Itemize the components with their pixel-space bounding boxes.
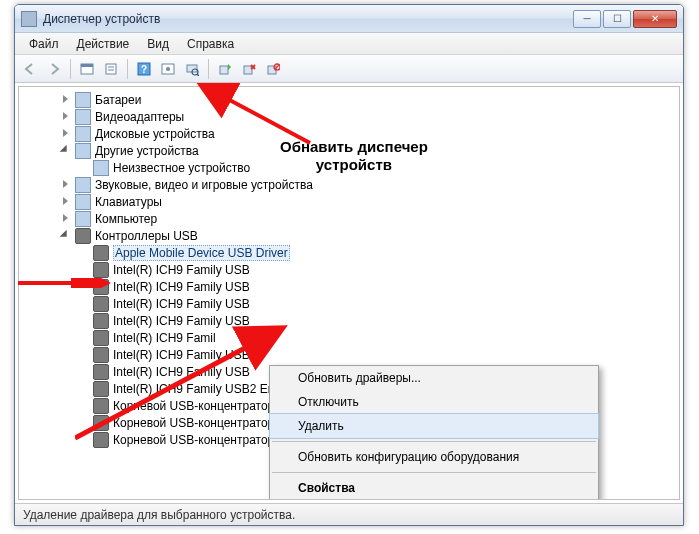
- collapse-icon[interactable]: [61, 213, 72, 224]
- tree-item-label: Неизвестное устройство: [113, 161, 250, 175]
- tree-item[interactable]: Intel(R) ICH9 Famil: [19, 329, 679, 346]
- svg-rect-1: [81, 64, 93, 67]
- tree-item-label: Корневой USB-концентратор: [113, 433, 274, 447]
- status-text: Удаление драйвера для выбранного устройс…: [23, 508, 295, 522]
- tree-item[interactable]: Intel(R) ICH9 Family USB: [19, 312, 679, 329]
- scan-hardware-button[interactable]: [181, 58, 203, 80]
- tree-item-label: Intel(R) ICH9 Family USB: [113, 348, 250, 362]
- tree-item-label: Intel(R) ICH9 Family USB: [113, 280, 250, 294]
- tree-twisty: [79, 281, 90, 292]
- usb-icon: [93, 313, 109, 329]
- statusbar: Удаление драйвера для выбранного устройс…: [15, 503, 683, 525]
- usb-icon: [93, 262, 109, 278]
- menu-help[interactable]: Справка: [179, 35, 242, 53]
- tree-item-label: Корневой USB-концентратор: [113, 399, 274, 413]
- tree-twisty: [79, 434, 90, 445]
- usb-icon: [75, 228, 91, 244]
- minimize-button[interactable]: ─: [573, 10, 601, 28]
- expand-icon[interactable]: [61, 145, 72, 156]
- properties-button[interactable]: [100, 58, 122, 80]
- tree-item[interactable]: Intel(R) ICH9 Family USB: [19, 261, 679, 278]
- context-menu: Обновить драйверы... Отключить Удалить О…: [269, 365, 599, 500]
- tree-twisty: [79, 332, 90, 343]
- ctx-properties[interactable]: Свойства: [270, 476, 598, 500]
- usb-icon: [93, 330, 109, 346]
- tree-item-label: Батареи: [95, 93, 141, 107]
- close-button[interactable]: ✕: [633, 10, 677, 28]
- tree-item-label: Компьютер: [95, 212, 157, 226]
- maximize-button[interactable]: ☐: [603, 10, 631, 28]
- usb-icon: [93, 398, 109, 414]
- tree-item[interactable]: Intel(R) ICH9 Family USB: [19, 278, 679, 295]
- svg-text:?: ?: [141, 64, 147, 75]
- usb-icon: [93, 364, 109, 380]
- uninstall-button[interactable]: [238, 58, 260, 80]
- tree-item-label: Intel(R) ICH9 Famil: [113, 331, 216, 345]
- tree-item-label: Intel(R) ICH9 Family USB: [113, 297, 250, 311]
- svg-rect-12: [220, 66, 228, 74]
- tree-item[interactable]: Клавиатуры: [19, 193, 679, 210]
- tree-twisty: [79, 349, 90, 360]
- ctx-update-drivers[interactable]: Обновить драйверы...: [270, 366, 598, 390]
- tree-item[interactable]: Intel(R) ICH9 Family USB: [19, 295, 679, 312]
- tree-item-label: Intel(R) ICH9 Family USB: [113, 365, 250, 379]
- tree-item[interactable]: Apple Mobile Device USB Driver: [19, 244, 679, 261]
- show-hide-console-button[interactable]: [76, 58, 98, 80]
- tree-item[interactable]: Intel(R) ICH9 Family USB: [19, 346, 679, 363]
- tree-item-label: Корневой USB-концентратор: [113, 416, 274, 430]
- tree-twisty: [79, 315, 90, 326]
- tree-item-label: Intel(R) ICH9 Family USB: [113, 263, 250, 277]
- tree-twisty: [79, 400, 90, 411]
- usb-icon: [93, 296, 109, 312]
- tree-twisty: [79, 383, 90, 394]
- tree-item-label: Видеоадаптеры: [95, 110, 184, 124]
- svg-line-11: [197, 74, 199, 76]
- keyboard-icon: [75, 194, 91, 210]
- tree-item[interactable]: Контроллеры USB: [19, 227, 679, 244]
- menu-action[interactable]: Действие: [69, 35, 138, 53]
- menu-view[interactable]: Вид: [139, 35, 177, 53]
- disk-icon: [75, 126, 91, 142]
- ctx-delete[interactable]: Удалить: [269, 413, 599, 439]
- usb-icon: [93, 381, 109, 397]
- tree-item[interactable]: Компьютер: [19, 210, 679, 227]
- help-button[interactable]: ?: [133, 58, 155, 80]
- menu-file[interactable]: Файл: [21, 35, 67, 53]
- update-driver-button[interactable]: [214, 58, 236, 80]
- tree-item[interactable]: Звуковые, видео и игровые устройства: [19, 176, 679, 193]
- annotation-callout: Обнавить диспечерустройств: [280, 138, 428, 174]
- tree-item-label: Клавиатуры: [95, 195, 162, 209]
- collapse-icon[interactable]: [61, 196, 72, 207]
- unknown-icon: [93, 160, 109, 176]
- ctx-scan-hardware[interactable]: Обновить конфигурацию оборудования: [270, 445, 598, 469]
- collapse-icon[interactable]: [61, 111, 72, 122]
- action-button[interactable]: [157, 58, 179, 80]
- svg-rect-16: [268, 66, 276, 74]
- collapse-icon[interactable]: [61, 128, 72, 139]
- ctx-disable[interactable]: Отключить: [270, 390, 598, 414]
- app-icon: [21, 11, 37, 27]
- svg-rect-13: [244, 66, 252, 74]
- tree-item-label: Другие устройства: [95, 144, 199, 158]
- disable-button[interactable]: [262, 58, 284, 80]
- collapse-icon[interactable]: [61, 179, 72, 190]
- window-title: Диспетчер устройств: [43, 12, 573, 26]
- tree-item-label: Дисковые устройства: [95, 127, 215, 141]
- back-button[interactable]: [19, 58, 41, 80]
- expand-icon[interactable]: [61, 230, 72, 241]
- usb-icon: [93, 279, 109, 295]
- tree-item-label: Apple Mobile Device USB Driver: [113, 245, 290, 261]
- usb-icon: [93, 415, 109, 431]
- toolbar: ?: [15, 55, 683, 83]
- svg-point-8: [166, 67, 170, 71]
- tree-item[interactable]: Батареи: [19, 91, 679, 108]
- tree-item-label: Контроллеры USB: [95, 229, 198, 243]
- titlebar[interactable]: Диспетчер устройств ─ ☐ ✕: [15, 5, 683, 33]
- tree-item-label: Intel(R) ICH9 Family USB: [113, 314, 250, 328]
- display-icon: [75, 109, 91, 125]
- computer-icon: [75, 211, 91, 227]
- tree-item[interactable]: Видеоадаптеры: [19, 108, 679, 125]
- forward-button[interactable]: [43, 58, 65, 80]
- collapse-icon[interactable]: [61, 94, 72, 105]
- tree-twisty: [79, 298, 90, 309]
